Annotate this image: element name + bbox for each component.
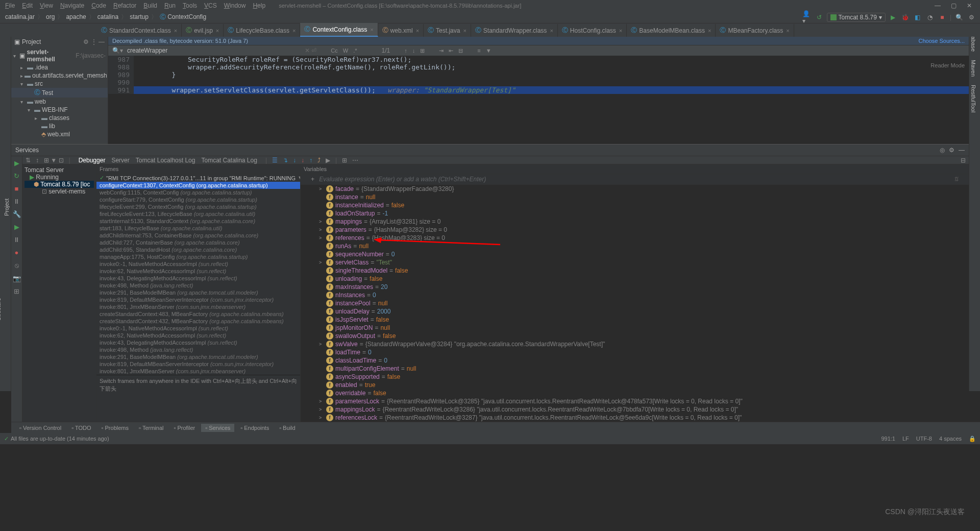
debug-sidebar[interactable]: ▶ ↻ ■ ⏸ 🔧 ▶ ⏸ ● ⦸ 📷 ⊞ (11, 156, 22, 422)
running-node[interactable]: Running (36, 174, 59, 181)
expand-icon[interactable]: ⇅ (26, 157, 31, 164)
stop-icon[interactable]: ■ (938, 13, 947, 22)
tree-item[interactable]: ▾▬ src (11, 80, 108, 88)
calc-icon[interactable]: ⊞ (342, 157, 347, 164)
minimize-icon[interactable]: — (933, 2, 943, 9)
variable-row[interactable]: >f references = {HashMap@3283} size = 0 (304, 234, 969, 242)
settings-icon[interactable]: ⚙ (949, 147, 954, 154)
variables-panel[interactable]: Variables + Evaluate expression (Enter) … (301, 164, 969, 422)
menu-view[interactable]: View (37, 1, 56, 10)
variable-row[interactable]: >f servletClass = "Test" (304, 258, 969, 267)
debug-tab[interactable]: Tomcat Catalina Log (198, 156, 260, 165)
bottom-tool-tabs[interactable]: ▫Version Control▫TODO▫Problems▫Terminal▫… (11, 422, 980, 433)
maximize-icon[interactable]: ▢ (949, 2, 959, 9)
tomcat-node[interactable]: Tomcat 8.5.79 [loc (40, 181, 90, 188)
variable-row[interactable]: f instanceInitialized = false (304, 201, 969, 209)
frame-row[interactable]: start:183, LifecycleBase (org.apache.cat… (96, 225, 300, 232)
status-item[interactable]: 991:1 (881, 436, 895, 442)
menu-edit[interactable]: Edit (19, 1, 36, 10)
menu-run[interactable]: Run (161, 1, 179, 10)
evaluate-input[interactable]: + Evaluate expression (Enter) or add a w… (301, 174, 969, 185)
tree-item[interactable]: ▸▬ out.artifacts.servlet_memsh (11, 71, 108, 80)
menu-window[interactable]: Window (221, 1, 249, 10)
tree-item[interactable]: ▸▬ classes (11, 114, 108, 122)
menu-vcs[interactable]: VCS (201, 1, 220, 10)
maven-tool-button[interactable]: Maven (969, 56, 977, 81)
editor[interactable]: Decompiled .class file, bytecode version… (108, 37, 969, 144)
breakpoint-icon[interactable]: ● (15, 249, 19, 256)
breadcrumb-item[interactable]: catalina.jar (4, 13, 36, 20)
profile-icon[interactable]: ◔ (925, 13, 935, 22)
frame-row[interactable]: fireLifecycleEvent:123, LifecycleBase (o… (96, 210, 300, 218)
breadcrumb[interactable]: catalina.jar〉org〉apache〉catalina〉startup… (4, 13, 207, 21)
step-icon[interactable]: ↴ (283, 157, 288, 164)
tc-server-node[interactable]: Tomcat Server (24, 166, 94, 174)
grid-icon[interactable]: ⊞ ▼ ⊡ (44, 157, 64, 164)
frame-row[interactable]: addChild:695, StandardHost (org.apache.c… (96, 246, 300, 253)
project-panel[interactable]: ▣ Project ⚙ ⋮ — ▾▣ servlet-memshell F:\j… (11, 37, 108, 144)
hide-icon[interactable]: — (959, 147, 965, 154)
step-icon[interactable]: ↓ (301, 157, 304, 164)
variable-row[interactable]: f singleThreadModel = false (304, 267, 969, 275)
breadcrumb-item[interactable]: startup (129, 13, 150, 20)
sync-icon[interactable]: ↺ (815, 13, 824, 22)
tree-item[interactable]: ▾▬ web (11, 98, 108, 106)
thread-selector[interactable]: ✓ "RMI TCP Connection(3)-127.0.0.1"...11… (96, 174, 300, 182)
variable-row[interactable]: f enabled = true (304, 381, 969, 389)
variable-row[interactable]: f swallowOutput = false (304, 332, 969, 340)
lock-icon[interactable]: 🔒 (969, 436, 976, 442)
close-tab-icon[interactable]: × (463, 28, 466, 34)
variable-row[interactable]: >f swValve = {StandardWrapperValve@3284}… (304, 340, 969, 348)
run-config-select[interactable]: Tomcat 8.5.79 ▾ (827, 13, 886, 22)
editor-tab[interactable]: ⒸStandardWrapper.class× (471, 24, 558, 37)
variable-row[interactable]: f classLoadTime = 0 (304, 356, 969, 365)
variable-row[interactable]: f sequenceNumber = 0 (304, 250, 969, 258)
variable-row[interactable]: f runAs = null (304, 242, 969, 250)
services-toolwindow-header[interactable]: Services ◎ ⚙ — (11, 144, 969, 156)
user-icon[interactable]: 👤▾ (802, 13, 812, 22)
status-item[interactable]: 4 spaces (939, 436, 962, 442)
variable-row[interactable]: >f mappings = {ArrayList@3281} size = 0 (304, 218, 969, 226)
variable-row[interactable]: f instance = null (304, 193, 969, 201)
restfultool-button[interactable]: RestfulTool (969, 81, 977, 116)
editor-tab[interactable]: ⒸBaseModelMBean.class× (627, 24, 716, 37)
frame-row[interactable]: createStandardContext:432, MBeanFactory … (96, 318, 300, 325)
frame-row[interactable]: addChild:727, ContainerBase (org.apache.… (96, 239, 300, 246)
structure-tool-button[interactable]: Structure (0, 228, 3, 391)
variable-row[interactable]: f isJspServlet = false (304, 316, 969, 324)
variable-row[interactable]: f unloadDelay = 2000 (304, 307, 969, 316)
find-bar[interactable]: 🔍▾ ✕ ⏎ CcW.* 1/1 ↑↓⊞ ⇥⇤⊟ ≡▼ (108, 45, 969, 56)
bottom-tab-terminal[interactable]: ▫Terminal (135, 424, 167, 432)
frame-row[interactable]: invoke:801, JmxMBeanServer (com.sun.jmx.… (96, 303, 300, 310)
rerun-icon[interactable]: ▶ (14, 159, 19, 167)
bottom-tab-build[interactable]: ▫Build (275, 424, 299, 432)
editor-tabs[interactable]: ⒸStandardContext.class×Ⓒevil.jsp×ⒸLifecy… (0, 23, 980, 37)
menu-code[interactable]: Code (88, 1, 109, 10)
step-over-icon[interactable]: ▶ (14, 223, 19, 231)
project-tool-button[interactable]: Project (3, 23, 11, 391)
frame-row[interactable]: configureContext:1307, ContextConfig (or… (96, 182, 300, 189)
collapse-icon[interactable]: ↕ (36, 157, 39, 164)
frame-row[interactable]: invoke:498, Method (java.lang.reflect) (96, 282, 300, 289)
editor-tab[interactable]: ⒸHostConfig.class× (558, 24, 627, 37)
settings-icon[interactable]: 🔧 (13, 210, 21, 218)
close-tab-icon[interactable]: × (619, 28, 622, 34)
frame-row[interactable]: manageApp:1775, HostConfig (org.apache.c… (96, 253, 300, 260)
step-icon[interactable]: ▶ (326, 157, 330, 164)
frame-row[interactable]: invoke0:-1, NativeMethodAccessorImpl (su… (96, 325, 300, 332)
menu-refactor[interactable]: Refactor (110, 1, 139, 10)
editor-tab[interactable]: ⒸLifecycleBase.class× (224, 24, 300, 37)
tree-item[interactable]: ▸▬ .idea (11, 63, 108, 71)
frame-row[interactable]: invoke:819, DefaultMBeanServerIntercepto… (96, 296, 300, 303)
variable-row[interactable]: >f facade = {StandardWrapperFacade@3280} (304, 185, 969, 193)
services-tree[interactable]: Tomcat Server ▶ Running ⬢ Tomcat 8.5.79 … (22, 164, 96, 422)
frame-row[interactable]: invoke:62, NativeMethodAccessorImpl (sun… (96, 268, 300, 275)
debug-toolbar[interactable]: ⇅ ↕ ⊞ ▼ ⊡ | DebuggerServerTomcat Localho… (22, 156, 969, 164)
frames-panel[interactable]: Frames ✓ "RMI TCP Connection(3)-127.0.0.… (96, 164, 301, 422)
reader-mode-label[interactable]: Reader Mode (930, 62, 965, 68)
variable-row[interactable]: f loadTime = 0 (304, 348, 969, 356)
menu-build[interactable]: Build (140, 1, 160, 10)
close-icon[interactable]: ✕ (965, 2, 974, 9)
menu-help[interactable]: Help (250, 1, 268, 10)
gear-icon[interactable]: ◎ (940, 147, 945, 154)
